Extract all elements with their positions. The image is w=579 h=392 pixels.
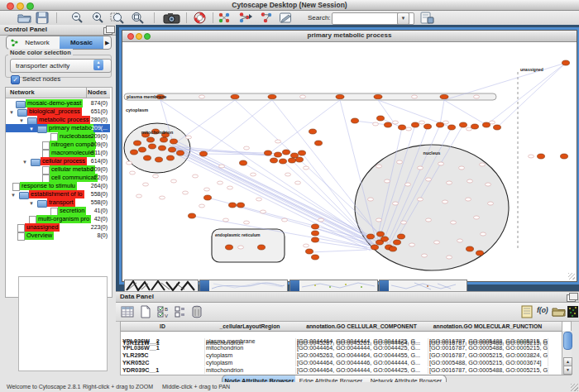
mosaic-matrix-icon[interactable] [567,305,578,318]
search-settings-icon[interactable] [419,12,435,24]
status-welcome: Welcome to Cytoscape 2.8.1 [7,382,80,392]
scroll-down-icon[interactable]: ▼ [563,366,572,375]
network-window-title: primary metabolic process [122,31,577,39]
tree-row[interactable]: secretion41(0) [6,207,110,215]
control-panel-tabs: Network Mosaic ▶ [6,36,112,50]
tree-row[interactable]: ▼biological_process651(0) [6,108,110,116]
select-attributes-icon[interactable]: BV [157,305,170,318]
data-panel-toolbar: BV f(o) [116,303,579,322]
table-scrollbar[interactable]: ▲ ▼ [562,331,572,375]
data-panel-title: Data Panel [116,292,579,303]
cytoscape-desktop: { "titlebar": { "title": "Cytoscape Desk… [0,0,579,392]
svg-text:B: B [165,307,168,312]
window-titlebar-fragment [290,280,299,291]
minimized-network-window[interactable] [199,280,288,292]
tab-mosaic[interactable]: Mosaic [60,36,103,49]
tree-row[interactable]: ▼establishment of lo558(0) [6,190,110,198]
data-panel: Data Panel BV f(o) ID _cellularLayoutRe [116,291,579,386]
window-titlebar: Cytoscape Desktop (New Session) [0,0,579,11]
birdseye-view[interactable] [18,276,108,371]
tree-row[interactable]: macromolecule311(0) [6,149,110,157]
status-hint-pan: Middle-click + drag to PAN [162,382,230,392]
float-panel-icon[interactable] [567,294,576,302]
tabs-overflow-icon[interactable]: ▶ [105,40,109,46]
function-builder-icon[interactable]: f(o) [537,306,548,314]
tree-col-network[interactable]: Network [10,88,35,98]
zoom-fit-icon[interactable] [130,12,144,24]
new-attribute-icon[interactable] [139,305,152,318]
minimized-network-window[interactable] [379,280,467,292]
minimized-network-window[interactable] [290,280,378,292]
tree-row[interactable]: unassigned223(0) [6,223,110,232]
minimized-network-window[interactable] [124,280,199,292]
nucleus-label: nucleus [423,151,441,155]
window-resize-grip[interactable] [568,273,575,280]
unselect-attributes-icon[interactable] [175,305,188,318]
edit-network-icon[interactable] [259,12,275,24]
svg-text:V: V [165,313,168,318]
select-nodes-label: Select nodes [22,75,60,83]
float-panel-icon[interactable] [103,27,112,35]
tree-row[interactable]: nucleobase-209(0) [6,132,110,141]
attribute-editor-icon[interactable] [521,305,534,318]
unassigned-label: unassigned [520,67,543,72]
endoplasmic-reticulum-label: endoplasmic reticulum [215,232,261,237]
open-session-icon[interactable] [17,12,31,24]
status-bar: Welcome to Cytoscape 2.8.1 Right-click +… [0,382,579,392]
network-view-window: primary metabolic process [122,30,577,282]
app-title: Cytoscape Desktop (New Session) [0,1,579,9]
snapshot-camera-icon[interactable] [163,12,180,24]
network-canvas[interactable]: plasma membrane cytoplasm mitochondrion … [122,42,575,280]
tree-row[interactable]: response to stimulu264(0) [6,182,110,190]
tree-col-nodes[interactable]: Nodes [88,88,107,98]
delete-attribute-icon[interactable] [190,305,203,318]
zoom-selected-icon[interactable] [110,12,124,24]
tree-row[interactable]: nitrogen compo209(0) [6,141,110,149]
column-header-id[interactable]: ID [121,322,205,332]
control-panel-title: Control Panel [0,25,116,36]
attribute-table-icon[interactable] [121,305,134,318]
column-header-empty [548,322,562,332]
tree-row-selected[interactable]: ▼primary metabo209(... [6,124,110,132]
column-header-cellular-component[interactable]: annotation.GO CELLULAR_COMPONENT [295,322,428,332]
search-dropdown-icon[interactable]: ▼ [397,12,409,25]
tree-row[interactable]: Overview8(0) [6,232,110,240]
scrollbar-thumb[interactable] [563,332,572,350]
search-label: Search: [308,14,331,22]
mitochondrion-label: mitochondrion [141,130,174,135]
app-resize-grip[interactable] [571,384,578,391]
plasma-membrane-label: plasma membrane [127,94,166,99]
network-window-titlebar[interactable]: primary metabolic process [122,31,577,42]
tab-network[interactable]: Network [7,36,60,49]
dropdown-stepper-icon[interactable]: ▲▼ [93,60,103,70]
save-session-icon[interactable] [36,12,50,24]
import-attributes-icon[interactable] [552,305,565,318]
network-tree: Network Nodes mosaic-demo-yeast874(0) ▼b… [5,87,112,298]
control-panel: Control Panel Network Mosaic ▶ Node colo… [0,25,117,382]
cytoplasm-label: cytoplasm [126,108,148,112]
tree-row[interactable]: ▼cellular process614(0) [6,157,110,165]
attribute-table: ID _cellularLayoutRegion annotation.GO C… [120,321,572,375]
column-header-region[interactable]: _cellularLayoutRegion [204,322,296,332]
annotation-icon[interactable] [279,12,293,24]
destroy-network-icon[interactable] [218,12,232,24]
help-lifering-icon[interactable] [193,12,207,24]
zoom-out-icon[interactable] [70,12,84,24]
tree-row[interactable]: multi-organism pro42(0) [6,215,110,223]
tree-row[interactable]: cellular metabo209(0) [6,165,110,174]
tree-row[interactable]: ▼metabolic process280(0) [6,116,110,124]
status-hint-zoom: Right-click + drag to ZOOM [83,382,153,392]
main-toolbar: Search: ▼ [0,11,579,26]
column-header-molecular-function[interactable]: annotation.GO MOLECULAR_FUNCTION [428,322,548,332]
tree-row[interactable]: cell communicat22(0) [6,174,110,182]
create-network-view-icon[interactable] [237,12,254,24]
file-icon [17,232,25,241]
tree-row[interactable]: mosaic-demo-yeast874(0) [6,99,110,108]
network-desktop: primary metabolic process [116,25,579,291]
nucleus-region [355,145,509,270]
tree-header: Network Nodes [6,88,110,98]
zoom-in-icon[interactable] [91,12,105,24]
window-titlebar-fragment [200,280,209,291]
tree-row[interactable]: ▼transport558(0) [6,198,110,207]
select-nodes-checkbox[interactable]: ✓ [11,75,20,84]
